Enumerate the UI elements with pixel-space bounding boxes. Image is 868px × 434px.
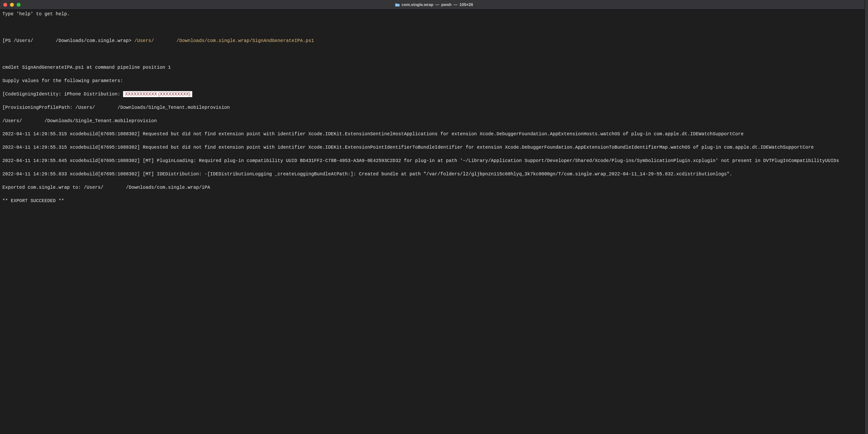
title-sep-1: — [435, 2, 439, 7]
echo-path: /Downloads/Single_Tenant.mobileprovision [44, 118, 157, 124]
window-title: com.single.wrap — pwsh — 105×26 [395, 2, 473, 7]
scrollbar-track[interactable] [865, 0, 868, 434]
window-controls [3, 3, 21, 7]
prompt-path: /Downloads/com.single.wrap> [56, 38, 132, 43]
exported-line: Exported com.single.wrap to: /Users/ /Do… [2, 184, 866, 191]
provprofile-path: /Downloads/Single_Tenant.mobileprovision [118, 105, 230, 110]
supply-line: Supply values for the following paramete… [2, 78, 866, 85]
redacted-user-5 [103, 185, 126, 190]
log-line-4: 2022-04-11 14:29:55.833 xcodebuild[67695… [2, 171, 866, 178]
title-folder: com.single.wrap [402, 2, 433, 7]
maximize-icon[interactable] [17, 3, 21, 7]
titlebar: com.single.wrap — pwsh — 105×26 [0, 0, 868, 9]
provprofile-label: ProvisioningProfilePath: /Users/ [5, 105, 95, 110]
log-line-2: 2022-04-11 14:29:55.315 xcodebuild[67695… [2, 144, 866, 151]
terminal-output[interactable]: Type 'help' to get help. [PS /Users/ /Do… [0, 9, 868, 434]
redacted-user-2 [154, 38, 177, 43]
minimize-icon[interactable] [10, 3, 14, 7]
exported-2: /Downloads/com.single.wrap/iPA [126, 185, 210, 190]
close-icon[interactable] [3, 3, 7, 7]
codesign-label: CodeSigningIdentity: iPhone Distribution… [5, 92, 123, 97]
redacted-user-1 [33, 38, 56, 43]
exported-1: Exported com.single.wrap to: /Users/ [2, 185, 103, 190]
title-process: pwsh [441, 2, 452, 7]
folder-icon [395, 3, 400, 7]
help-line: Type 'help' to get help. [2, 11, 866, 18]
blank-line-2 [2, 51, 866, 58]
title-sep-2: — [454, 2, 458, 7]
blank-line [2, 24, 866, 31]
cmdlet-line: cmdlet SignAndGenerateIPA.ps1 at command… [2, 64, 866, 71]
log-line-3: 2022-04-11 14:29:55.645 xcodebuild[67695… [2, 158, 866, 164]
codesign-line: [CodeSigningIdentity: iPhone Distributio… [2, 91, 866, 98]
provprofile-line: [ProvisioningProfilePath: /Users/ /Downl… [2, 104, 866, 111]
echo-line: /Users/ /Downloads/Single_Tenant.mobilep… [2, 118, 866, 125]
title-dims: 105×26 [459, 2, 473, 7]
redacted-user-3 [95, 105, 117, 110]
log-line-1: 2022-04-11 14:29:55.315 xcodebuild[67695… [2, 131, 866, 138]
codesign-redacted: XXXXXXXXXXX (XXXXXXXXXX) [123, 91, 192, 97]
redacted-user-4 [22, 118, 44, 124]
terminal-window: com.single.wrap — pwsh — 105×26 Type 'he… [0, 0, 868, 434]
prompt-line: [PS /Users/ /Downloads/com.single.wrap> … [2, 38, 866, 44]
succeeded-line: ** EXPORT SUCCEEDED ** [2, 198, 866, 205]
echo-users: /Users/ [2, 118, 22, 124]
prompt-prefix: PS /Users/ [5, 38, 33, 43]
script-path-b: /Downloads/com.single.wrap/SignAndGenera… [177, 38, 314, 43]
script-path-a: /Users/ [134, 38, 154, 43]
